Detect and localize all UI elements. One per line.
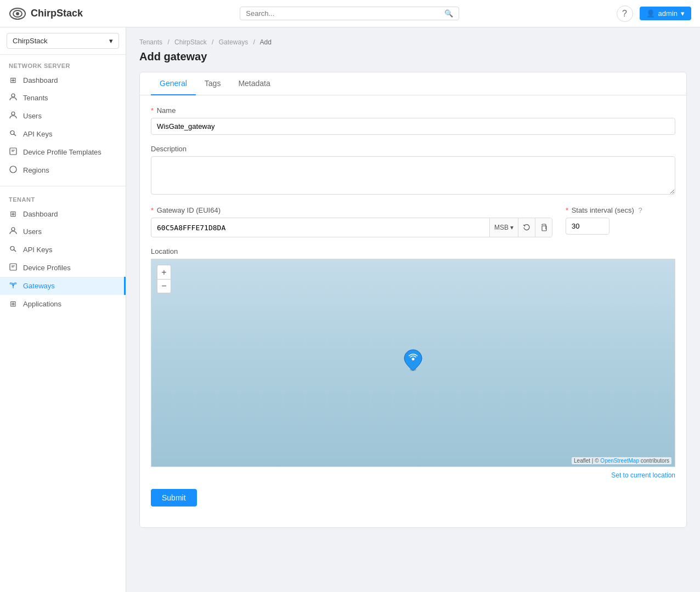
breadcrumb-sep-3: / xyxy=(253,38,255,46)
sidebar-item-device-profiles[interactable]: Device Profiles xyxy=(0,259,126,277)
applications-icon: ⊞ xyxy=(9,299,18,308)
logo-area: ChirpStack xyxy=(9,5,83,22)
map-marker xyxy=(403,349,423,373)
tenant-section-title: Tenant xyxy=(0,193,126,205)
refresh-gateway-id-button[interactable] xyxy=(518,218,535,237)
sidebar-item-label: API Keys xyxy=(23,246,52,254)
sidebar-item-label: Dashboard xyxy=(23,76,58,84)
map-controls: + − xyxy=(157,265,171,293)
sidebar-item-label: Device Profile Templates xyxy=(23,148,101,156)
sidebar-item-label: Users xyxy=(23,227,42,236)
map-container[interactable]: + − xyxy=(151,259,675,467)
sidebar-item-device-profile-templates[interactable]: Device Profile Templates xyxy=(0,143,126,161)
stats-interval-col: * Stats interval (secs) ? xyxy=(566,206,675,235)
admin-button[interactable]: 👤 admin ▾ xyxy=(640,7,691,20)
gateways-icon xyxy=(9,281,18,291)
search-area: 🔍 xyxy=(240,7,459,20)
gateway-marker-icon xyxy=(403,349,423,372)
sidebar-item-api-keys-ns[interactable]: API Keys xyxy=(0,125,126,143)
sidebar-item-api-keys-t[interactable]: API Keys xyxy=(0,241,126,259)
main-content: Tenants / ChirpStack / Gateways / Add Ad… xyxy=(126,27,700,592)
sidebar-item-label: Gateways xyxy=(23,282,55,290)
tab-tags[interactable]: Tags xyxy=(196,72,230,95)
name-input[interactable] xyxy=(151,118,675,135)
dashboard-ns-icon: ⊞ xyxy=(9,76,18,84)
sidebar-item-applications[interactable]: ⊞ Applications xyxy=(0,295,126,312)
sidebar-divider xyxy=(0,186,126,186)
tab-metadata[interactable]: Metadata xyxy=(229,72,279,95)
breadcrumb-tenants[interactable]: Tenants xyxy=(139,38,162,46)
svg-point-4 xyxy=(12,112,15,115)
device-profile-templates-icon xyxy=(9,147,18,157)
tenant-selector-wrap: ChirpStack ▾ xyxy=(0,27,126,55)
tenant-section: Tenant ⊞ Dashboard Users API Keys xyxy=(0,189,126,317)
sidebar-item-dashboard-ns[interactable]: ⊞ Dashboard xyxy=(0,71,126,89)
topbar: ChirpStack 🔍 ? 👤 admin ▾ xyxy=(0,0,700,27)
submit-button[interactable]: Submit xyxy=(151,489,197,506)
tenants-icon xyxy=(9,93,18,103)
svg-point-3 xyxy=(12,94,15,97)
tenant-select-chevron-icon: ▾ xyxy=(109,37,113,45)
sidebar-item-dashboard-t[interactable]: ⊞ Dashboard xyxy=(0,205,126,223)
sidebar-item-users-t[interactable]: Users xyxy=(0,223,126,241)
stats-interval-help-icon: ? xyxy=(638,206,642,214)
svg-point-2 xyxy=(16,12,19,15)
svg-point-7 xyxy=(10,166,16,173)
search-box: 🔍 xyxy=(240,7,459,20)
users-t-icon xyxy=(9,227,18,236)
breadcrumb-sep-1: / xyxy=(167,38,169,46)
stats-interval-label: * Stats interval (secs) ? xyxy=(566,206,675,214)
set-current-location-link[interactable]: Set to current location xyxy=(151,471,675,479)
device-profiles-icon xyxy=(9,263,18,272)
map-zoom-out-button[interactable]: − xyxy=(157,279,171,293)
sidebar-item-label: Tenants xyxy=(23,94,48,102)
sidebar-item-label: API Keys xyxy=(23,130,52,138)
msb-selector[interactable]: MSB ▾ xyxy=(489,218,518,237)
breadcrumb-chirpstack[interactable]: ChirpStack xyxy=(174,38,207,46)
search-input[interactable] xyxy=(246,9,444,18)
users-ns-icon xyxy=(9,111,18,121)
gateway-id-input[interactable] xyxy=(151,220,489,236)
admin-icon: 👤 xyxy=(646,9,655,18)
breadcrumb-sep-2: / xyxy=(212,38,213,46)
refresh-icon xyxy=(523,224,530,231)
api-keys-ns-icon xyxy=(9,129,18,139)
dashboard-t-icon: ⊞ xyxy=(9,209,18,218)
layout: ChirpStack ▾ Network Server ⊞ Dashboard … xyxy=(0,27,700,592)
sidebar-item-label: Applications xyxy=(23,300,61,308)
svg-point-8 xyxy=(12,227,15,231)
network-server-section: Network Server ⊞ Dashboard Tenants Users xyxy=(0,55,126,184)
tenant-select[interactable]: ChirpStack ▾ xyxy=(7,33,119,49)
copy-gateway-id-button[interactable] xyxy=(535,218,552,237)
help-button[interactable]: ? xyxy=(617,5,633,22)
svg-point-16 xyxy=(412,357,415,360)
breadcrumb: Tenants / ChirpStack / Gateways / Add xyxy=(139,38,687,46)
gateway-id-col: * Gateway ID (EUI64) MSB ▾ xyxy=(151,206,552,237)
map-zoom-in-button[interactable]: + xyxy=(157,265,171,279)
openstreetmap-link[interactable]: OpenStreetMap xyxy=(600,458,639,464)
gateway-id-wrap: MSB ▾ xyxy=(151,218,552,237)
chirpstack-logo-icon xyxy=(9,5,26,22)
sidebar-item-tenants[interactable]: Tenants xyxy=(0,89,126,107)
sidebar-item-gateways[interactable]: Gateways xyxy=(0,277,126,295)
sidebar-item-label: Regions xyxy=(23,166,49,174)
svg-point-11 xyxy=(13,285,14,287)
location-field-group: Location xyxy=(151,247,675,479)
topbar-right: ? 👤 admin ▾ xyxy=(617,5,691,22)
tab-general[interactable]: General xyxy=(151,72,196,95)
breadcrumb-gateways[interactable]: Gateways xyxy=(219,38,248,46)
stats-interval-input[interactable] xyxy=(566,218,609,235)
sidebar-item-label: Device Profiles xyxy=(23,264,71,272)
api-keys-t-icon xyxy=(9,245,18,254)
page-title: Add gateway xyxy=(139,50,687,63)
form-card: General Tags Metadata * Name Description xyxy=(139,72,687,528)
map-attribution: Leaflet | © OpenStreetMap contributors xyxy=(572,457,671,464)
location-label: Location xyxy=(151,247,675,255)
msb-label: MSB xyxy=(494,224,509,231)
sidebar-item-users-ns[interactable]: Users xyxy=(0,107,126,125)
copy-icon xyxy=(540,224,547,231)
msb-chevron-icon: ▾ xyxy=(510,224,513,231)
form-body: * Name Description * Gateway ID (EUI6 xyxy=(140,95,686,527)
sidebar-item-regions[interactable]: Regions xyxy=(0,161,126,179)
description-input[interactable] xyxy=(151,156,675,195)
